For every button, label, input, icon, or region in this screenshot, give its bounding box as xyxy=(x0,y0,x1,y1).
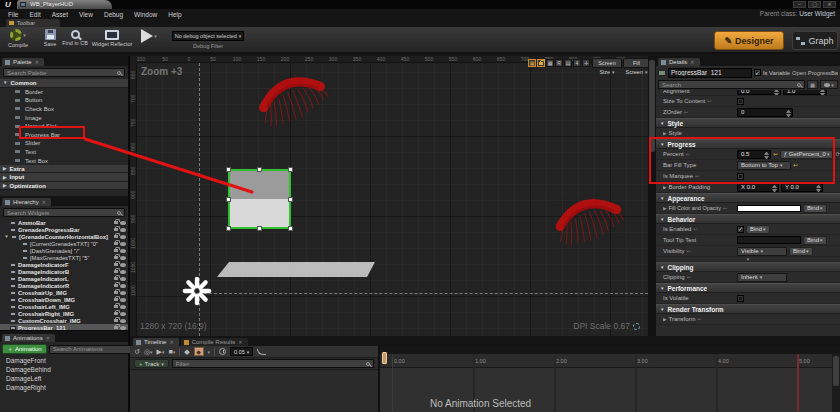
eye-icon[interactable] xyxy=(120,305,126,309)
visibility-bind-button[interactable]: Bind xyxy=(789,247,813,256)
play-animation-icon[interactable]: ▶▾ xyxy=(157,348,165,356)
custom-crosshair-widget[interactable] xyxy=(182,276,212,306)
lock-icon[interactable] xyxy=(114,298,118,301)
close-icon[interactable]: ✕ xyxy=(46,335,50,341)
fill-color-bind-button[interactable]: Bind xyxy=(803,204,827,213)
border-padding-x-input[interactable]: X 0.0 xyxy=(737,183,779,192)
animations-search[interactable] xyxy=(49,345,141,354)
is-marquee-checkbox[interactable] xyxy=(737,173,744,180)
alignment-x-input[interactable]: 0.0 xyxy=(737,90,781,95)
palette-group-optimization[interactable]: ▶Optimization xyxy=(0,182,128,191)
refresh-icon[interactable]: ⟳ xyxy=(835,151,840,157)
reset-to-default-icon[interactable]: ↩ xyxy=(793,162,798,168)
hierarchy-row[interactable]: CrosshairRight_IMG xyxy=(0,310,128,317)
style-row[interactable]: ▶Style xyxy=(656,128,840,139)
percent-input[interactable]: 0.5 xyxy=(737,150,771,159)
resize-handle[interactable] xyxy=(226,197,231,202)
damage-indicator-image-right[interactable] xyxy=(543,176,636,269)
clipping-dropdown[interactable]: Inherit xyxy=(737,273,787,282)
lock-icon[interactable] xyxy=(114,277,118,280)
hierarchy-row[interactable]: [CurrentGrenadesTXT] "0" xyxy=(0,240,128,247)
animation-list-item[interactable]: DamageBehind xyxy=(0,365,128,374)
size-to-content-checkbox[interactable] xyxy=(737,98,744,105)
eye-icon[interactable] xyxy=(120,249,126,253)
menu-item[interactable]: Window xyxy=(134,11,157,18)
tooltip-bind-button[interactable]: Bind xyxy=(803,236,827,245)
category-clipping[interactable]: ▼Clipping xyxy=(656,262,840,272)
grid-button[interactable]: ▦ xyxy=(546,59,554,67)
chevron-right-icon[interactable]: ▶ xyxy=(663,206,666,211)
reset-icon[interactable]: ↩ xyxy=(687,274,691,280)
hierarchy-search-input[interactable] xyxy=(7,210,115,216)
hierarchy-row[interactable]: CrosshairLeft_IMG xyxy=(0,303,128,310)
alignment-y-input[interactable]: 1.0 xyxy=(783,90,827,95)
open-progress-bar-link[interactable]: Open ProgressBa xyxy=(792,70,838,76)
eye-icon[interactable] xyxy=(120,263,126,267)
menu-item[interactable]: Edit xyxy=(29,11,40,18)
close-icon[interactable]: ✕ xyxy=(238,339,242,345)
eye-icon[interactable] xyxy=(120,270,126,274)
reset-icon[interactable]: ↩ xyxy=(693,226,697,232)
hierarchy-tab[interactable]: Hierarchy✕ xyxy=(2,198,51,206)
palette-tab[interactable]: Palette✕ xyxy=(2,58,44,66)
scrollbar-thumb[interactable] xyxy=(833,356,839,386)
compile-results-tab[interactable]: Compile Results✕ xyxy=(181,338,248,346)
grid-size-button[interactable]: 4 xyxy=(573,59,581,67)
compile-button[interactable]: ▾Compile xyxy=(2,29,34,48)
eye-icon[interactable] xyxy=(120,221,126,225)
lock-icon[interactable] xyxy=(114,242,118,245)
lock-icon[interactable] xyxy=(114,326,118,329)
category-performance[interactable]: ▼Performance xyxy=(656,283,840,293)
snap-interval-dropdown[interactable]: 0.05 xyxy=(230,347,253,356)
zorder-input[interactable]: 0 xyxy=(737,108,793,117)
palette-item-text[interactable]: Text xyxy=(0,148,128,157)
is-enabled-checkbox[interactable] xyxy=(737,226,744,233)
reset-icon[interactable]: ↩ xyxy=(687,248,691,254)
selected-progress-bar-widget[interactable] xyxy=(228,169,291,229)
hierarchy-row[interactable]: [MaxGrenadesTXT] "5" xyxy=(0,254,128,261)
eye-icon[interactable] xyxy=(120,319,126,323)
eye-icon[interactable] xyxy=(120,291,126,295)
close-icon[interactable]: ✕ xyxy=(169,339,173,345)
chevron-right-icon[interactable]: ▶ xyxy=(663,131,666,136)
category-appearance[interactable]: ▼Appearance xyxy=(656,193,840,203)
document-tab[interactable]: WB_PlayerHUD xyxy=(17,0,112,9)
key-all-button[interactable]: ◆ xyxy=(194,347,204,356)
play-button[interactable]: ▾ xyxy=(134,29,164,43)
resize-handle[interactable] xyxy=(226,167,231,172)
eye-icon[interactable] xyxy=(120,312,126,316)
lock-widget-button[interactable] xyxy=(537,59,545,67)
reset-icon[interactable]: ↩ xyxy=(698,316,702,322)
bar-fill-type-dropdown[interactable]: Bottom to Top xyxy=(737,161,791,170)
resize-handle[interactable] xyxy=(257,226,262,231)
chevron-down-icon[interactable]: ▼ xyxy=(4,234,9,239)
lock-icon[interactable] xyxy=(114,256,118,259)
details-tab[interactable]: Details✕ xyxy=(658,58,700,66)
hierarchy-row[interactable]: [DashGrenades] "/" xyxy=(0,247,128,254)
palette-group-common[interactable]: ▼Common xyxy=(0,79,128,88)
hierarchy-row[interactable]: DamageIndicatorB xyxy=(0,268,128,275)
category-progress[interactable]: ▼Progress xyxy=(656,139,840,149)
percent-binding-button[interactable]: GetPercent_0 xyxy=(780,150,834,159)
palette-item-named-slot[interactable]: Named Slot xyxy=(0,122,128,131)
tooltip-text-input[interactable] xyxy=(737,236,801,244)
widget-reflector-button[interactable]: Widget Reflector xyxy=(88,29,136,47)
category-style[interactable]: ▼Style xyxy=(656,118,840,128)
curve-editor-icon[interactable] xyxy=(257,349,266,355)
close-button[interactable]: ✕ xyxy=(823,1,836,8)
resize-handle[interactable] xyxy=(288,167,293,172)
reset-icon[interactable]: ↩ xyxy=(684,109,688,115)
eye-icon[interactable] xyxy=(120,235,126,239)
eye-icon[interactable] xyxy=(120,256,126,260)
designer-mode-button[interactable]: ✎Designer xyxy=(714,31,784,50)
animation-list-item[interactable]: DamageRight xyxy=(0,383,128,392)
palette-item-button[interactable]: Button xyxy=(0,96,128,105)
toolbar-tab[interactable]: Toolbar xyxy=(6,19,60,27)
reset-icon[interactable]: ↩ xyxy=(695,173,699,179)
debug-object-dropdown[interactable]: No debug object selected xyxy=(172,31,244,41)
designer-canvas[interactable]: 1005005010015020025030035040045050055060… xyxy=(130,56,648,336)
resize-handle[interactable] xyxy=(226,226,231,231)
hierarchy-row[interactable]: DamageIndicatorF xyxy=(0,261,128,268)
graph-mode-button[interactable]: Graph xyxy=(792,31,838,50)
palette-search[interactable] xyxy=(3,68,125,77)
